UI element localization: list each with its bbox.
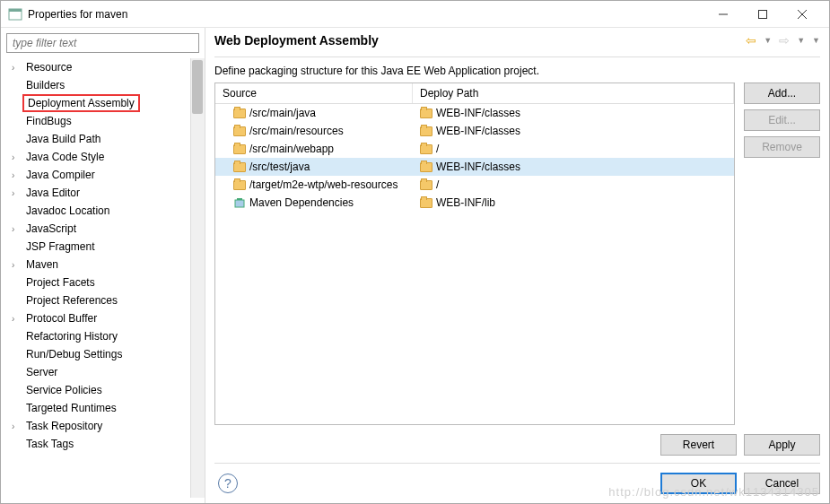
tree-item-java-build-path[interactable]: Java Build Path xyxy=(6,130,190,148)
tree-item-targeted-runtimes[interactable]: Targeted Runtimes xyxy=(6,399,190,417)
table-row[interactable]: /src/main/webapp/ xyxy=(215,140,734,158)
tree-item-label: Java Code Style xyxy=(22,150,108,164)
deploy-cell: WEB-INF/lib xyxy=(413,196,734,209)
tree-item-builders[interactable]: Builders xyxy=(6,76,190,94)
ok-button[interactable]: OK xyxy=(660,473,737,494)
tree-item-label: Project Facets xyxy=(22,275,99,290)
source-cell: /src/main/webapp xyxy=(215,143,413,155)
title-bar: Properties for maven xyxy=(1,1,829,28)
tree-item-project-facets[interactable]: Project Facets xyxy=(6,274,190,291)
forward-menu-icon[interactable]: ▼ xyxy=(797,36,805,45)
close-button[interactable] xyxy=(782,2,822,27)
tree-item-label: Java Editor xyxy=(22,186,83,200)
deploy-path: WEB-INF/lib xyxy=(436,196,495,209)
main-panel: Web Deployment Assembly ⇦ ▼ ⇨ ▼ ▼ Define… xyxy=(205,28,829,503)
table-row[interactable]: Maven DependenciesWEB-INF/lib xyxy=(215,194,734,212)
back-menu-icon[interactable]: ▼ xyxy=(764,36,772,45)
deploy-path: / xyxy=(436,143,439,155)
minimize-button[interactable] xyxy=(703,2,743,27)
table-row[interactable]: /src/main/javaWEB-INF/classes xyxy=(215,104,734,122)
tree-item-refactoring-history[interactable]: Refactoring History xyxy=(6,327,190,345)
category-sidebar: ›ResourceBuildersDeployment AssemblyFind… xyxy=(1,28,205,503)
cancel-button[interactable]: Cancel xyxy=(744,473,820,494)
tree-item-label: Java Compiler xyxy=(22,168,99,182)
tree-scrollbar[interactable] xyxy=(190,58,205,498)
tree-item-resource[interactable]: ›Resource xyxy=(6,58,190,76)
tree-item-label: Java Build Path xyxy=(22,132,104,146)
tree-item-java-editor[interactable]: ›Java Editor xyxy=(6,184,190,202)
expand-arrow-icon[interactable]: › xyxy=(12,63,22,73)
tree-item-task-tags[interactable]: Task Tags xyxy=(6,435,190,453)
expand-arrow-icon[interactable]: › xyxy=(12,314,22,324)
table-row[interactable]: /src/main/resourcesWEB-INF/classes xyxy=(215,122,734,140)
tree-item-label: Deployment Assembly xyxy=(22,94,140,112)
source-path: /target/m2e-wtp/web-resources xyxy=(249,178,398,191)
deploy-cell: / xyxy=(413,143,734,155)
tree-scrollbar-thumb[interactable] xyxy=(192,60,203,114)
source-path: /src/main/webapp xyxy=(249,143,334,155)
tree-item-task-repository[interactable]: ›Task Repository xyxy=(6,417,190,435)
tree-item-run-debug-settings[interactable]: Run/Debug Settings xyxy=(6,345,190,363)
tree-item-label: Refactoring History xyxy=(22,329,121,343)
tree-item-service-policies[interactable]: Service Policies xyxy=(6,381,190,399)
tree-item-java-compiler[interactable]: ›Java Compiler xyxy=(6,166,190,184)
filter-input[interactable] xyxy=(6,33,199,53)
apply-button[interactable]: Apply xyxy=(744,434,820,456)
folder-icon xyxy=(420,162,432,172)
expand-arrow-icon[interactable]: › xyxy=(12,260,22,270)
side-buttons: Add... Edit... Remove xyxy=(744,83,820,425)
source-path: /src/main/java xyxy=(249,107,316,119)
tree-item-label: JavaScript xyxy=(22,222,80,236)
expand-arrow-icon[interactable]: › xyxy=(12,188,22,198)
svg-rect-6 xyxy=(235,200,244,207)
tree-item-label: Protocol Buffer xyxy=(22,311,100,326)
tree-item-label: Task Tags xyxy=(22,437,77,451)
tree-item-label: Server xyxy=(22,365,61,379)
tree-item-findbugs[interactable]: FindBugs xyxy=(6,112,190,130)
table-row[interactable]: /src/test/javaWEB-INF/classes xyxy=(215,158,734,176)
tree-item-deployment-assembly[interactable]: Deployment Assembly xyxy=(6,94,190,112)
jar-icon xyxy=(233,196,246,209)
expand-arrow-icon[interactable]: › xyxy=(12,421,22,431)
table-row[interactable]: /target/m2e-wtp/web-resources/ xyxy=(215,176,734,194)
deploy-cell: WEB-INF/classes xyxy=(413,161,734,173)
folder-icon xyxy=(233,144,246,154)
folder-icon xyxy=(420,109,432,118)
source-cell: Maven Dependencies xyxy=(215,196,413,209)
tree-item-server[interactable]: Server xyxy=(6,363,190,381)
expand-arrow-icon[interactable]: › xyxy=(12,152,22,162)
folder-icon xyxy=(420,198,432,208)
tree-item-protocol-buffer[interactable]: ›Protocol Buffer xyxy=(6,309,190,327)
tree-item-label: JSP Fragment xyxy=(22,239,98,254)
source-path: /src/main/resources xyxy=(249,125,344,137)
tree-item-label: Javadoc Location xyxy=(22,204,113,218)
edit-button[interactable]: Edit... xyxy=(744,109,820,131)
source-path: /src/test/java xyxy=(249,161,310,173)
tree-item-label: Resource xyxy=(22,60,75,74)
svg-rect-3 xyxy=(759,10,767,18)
app-icon xyxy=(8,7,22,22)
menu-icon[interactable]: ▼ xyxy=(812,36,820,45)
maximize-button[interactable] xyxy=(743,2,782,27)
tree-item-javadoc-location[interactable]: Javadoc Location xyxy=(6,202,190,220)
add-button[interactable]: Add... xyxy=(744,83,820,104)
source-cell: /src/test/java xyxy=(215,161,413,173)
help-icon[interactable]: ? xyxy=(218,474,238,493)
expand-arrow-icon[interactable]: › xyxy=(12,170,22,180)
tree-item-maven[interactable]: ›Maven xyxy=(6,256,190,274)
back-icon[interactable]: ⇦ xyxy=(746,33,756,48)
folder-icon xyxy=(420,144,432,154)
deploy-path: / xyxy=(436,178,439,191)
tree-item-javascript[interactable]: ›JavaScript xyxy=(6,220,190,238)
page-title: Web Deployment Assembly xyxy=(214,33,746,48)
tree-item-label: Builders xyxy=(22,78,68,92)
revert-button[interactable]: Revert xyxy=(660,434,737,456)
remove-button[interactable]: Remove xyxy=(744,136,820,158)
tree-item-jsp-fragment[interactable]: JSP Fragment xyxy=(6,238,190,256)
col-deploy[interactable]: Deploy Path xyxy=(413,83,734,103)
tree-item-project-references[interactable]: Project References xyxy=(6,291,190,309)
tree-item-java-code-style[interactable]: ›Java Code Style xyxy=(6,148,190,166)
expand-arrow-icon[interactable]: › xyxy=(12,224,22,234)
col-source[interactable]: Source xyxy=(215,83,413,103)
forward-icon[interactable]: ⇨ xyxy=(779,33,790,48)
